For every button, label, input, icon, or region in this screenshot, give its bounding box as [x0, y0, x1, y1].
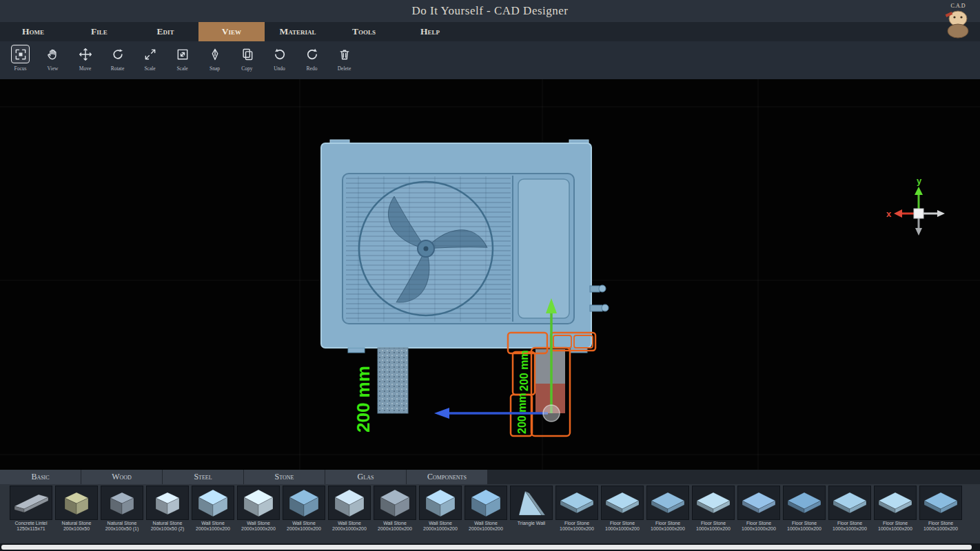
library-item[interactable]: Wall Stone 2000x1000x200: [190, 484, 236, 543]
menu-item-file[interactable]: File: [66, 22, 132, 41]
item-name: Wall Stone: [463, 521, 509, 526]
menu-item-view[interactable]: View: [198, 22, 265, 41]
library-item[interactable]: Wall Stone 2000x1000x200: [418, 484, 463, 543]
menu-item-material[interactable]: Material: [265, 22, 331, 41]
library-item[interactable]: Floor Stone 1000x1000x200: [691, 484, 736, 543]
library-item[interactable]: Natural Stone 200x100x50 (1): [99, 484, 145, 543]
scale-tool-button-4[interactable]: Scale: [134, 43, 166, 72]
library-item[interactable]: Wall Stone 2000x1000x200: [463, 484, 509, 543]
tab-steel[interactable]: Steel: [163, 470, 243, 484]
tool-caption: View: [37, 65, 69, 72]
item-name: Floor Stone: [736, 521, 782, 526]
gizmo-origin-handle[interactable]: [543, 405, 560, 422]
item-thumbnail: [555, 486, 598, 520]
viewport-3d[interactable]: 200 mm 200 mm 200 mm y x: [0, 79, 980, 470]
item-preview-icon: [147, 487, 188, 519]
rotate-tool-button-3[interactable]: Rotate: [101, 43, 134, 72]
tab-basic[interactable]: Basic: [0, 470, 81, 484]
item-preview-icon: [647, 487, 688, 519]
library-item[interactable]: Wall Stone 2000x1000x200: [327, 484, 372, 543]
library-item[interactable]: Concrete Lintel 1250x115x71: [8, 484, 54, 543]
item-size: 2000x1000x200: [372, 526, 418, 532]
library-item[interactable]: Floor Stone 1000x1000x200: [554, 484, 600, 543]
menu-item-edit[interactable]: Edit: [132, 22, 198, 41]
title-bar: Do It Yourself - CAD Designer: [0, 0, 980, 22]
item-preview-icon: [829, 487, 870, 519]
item-size: 200x100x50 (1): [99, 526, 145, 532]
tool-caption: Focus: [4, 65, 37, 72]
gizmo-center-cube[interactable]: [914, 209, 923, 218]
item-name: Floor Stone: [691, 521, 736, 526]
library-item[interactable]: Floor Stone 1000x1000x200: [736, 484, 782, 543]
tool-caption: Redo: [296, 65, 328, 72]
tab-components[interactable]: Components: [407, 470, 487, 484]
redo-tool-button-9[interactable]: Redo: [296, 43, 328, 72]
library-item[interactable]: Floor Stone 1000x1000x200: [645, 484, 691, 543]
copy-tool-button-7[interactable]: Copy: [231, 43, 263, 72]
horizontal-scrollbar[interactable]: [0, 543, 980, 551]
delete-tool-button-10[interactable]: Delete: [328, 43, 360, 72]
scrollbar-thumb[interactable]: [1, 545, 972, 550]
scale-arrows-icon: [143, 48, 157, 61]
library-item[interactable]: Triangle Wall: [509, 484, 554, 543]
support-stone-left[interactable]: [378, 348, 408, 413]
item-size: 1000x1000x200: [600, 526, 645, 532]
delete-icon: [338, 48, 351, 61]
undo-tool-button-8[interactable]: Undo: [263, 43, 296, 72]
item-name: Floor Stone: [827, 521, 872, 526]
tool-caption: Scale: [166, 65, 198, 72]
tool-group: Focus View Move Rotate Scale Scale: [4, 43, 360, 72]
snap-tool-button-6[interactable]: Snap: [198, 43, 231, 72]
item-thumbnail: [465, 486, 507, 520]
dimension-label: 200 mm: [516, 393, 528, 434]
side-panel: [518, 179, 569, 318]
item-name: Wall Stone: [418, 521, 463, 526]
item-size: 2000x1000x200: [190, 526, 236, 532]
library-item[interactable]: Floor Stone 1000x1000x200: [872, 484, 918, 543]
ac-unit-model[interactable]: [321, 140, 609, 353]
library-item[interactable]: Natural Stone 200x100x50 (2): [145, 484, 190, 543]
item-thumbnail: [783, 486, 826, 520]
item-thumbnail: [237, 486, 280, 520]
tab-glas[interactable]: Glas: [325, 470, 406, 484]
viewport-canvas[interactable]: 200 mm 200 mm 200 mm y x: [0, 79, 980, 470]
item-thumbnail: [101, 486, 143, 520]
item-size: 1000x1000x200: [691, 526, 736, 532]
item-size: 1000x1000x200: [736, 526, 782, 532]
redo-icon: [305, 48, 319, 61]
item-size: 1000x1000x200: [918, 526, 963, 532]
menu-bar: Home File Edit View Material Tools Help: [0, 22, 980, 41]
library-item[interactable]: Floor Stone 1000x1000x200: [918, 484, 963, 543]
item-preview-icon: [738, 487, 779, 519]
library-item[interactable]: Wall Stone 2000x1000x200: [236, 484, 281, 543]
tab-wood[interactable]: Wood: [81, 470, 162, 484]
item-thumbnail: [374, 486, 416, 520]
library-item[interactable]: Floor Stone 1000x1000x200: [600, 484, 645, 543]
library-item[interactable]: Natural Stone 200x100x50: [54, 484, 99, 543]
view-tool-button-1[interactable]: View: [37, 43, 69, 72]
item-name: Wall Stone: [372, 521, 418, 526]
item-name: Floor Stone: [600, 521, 645, 526]
tool-caption: Delete: [328, 65, 360, 72]
library-item[interactable]: Wall Stone 2000x1000x200: [372, 484, 418, 543]
scale-tool-button-5[interactable]: Scale: [166, 43, 198, 72]
menu-item-home[interactable]: Home: [0, 22, 66, 41]
library-item[interactable]: Wall Stone 2000x1000x200: [281, 484, 327, 543]
focus-tool-button-0[interactable]: Focus: [4, 43, 37, 72]
menu-item-tools[interactable]: Tools: [331, 22, 397, 41]
app-title: Do It Yourself - CAD Designer: [0, 4, 980, 18]
library-item[interactable]: Floor Stone 1000x1000x200: [782, 484, 827, 543]
tab-stone[interactable]: Stone: [244, 470, 325, 484]
dimension-label: 200 mm: [518, 350, 530, 391]
item-preview-icon: [693, 487, 734, 519]
item-preview-icon: [784, 487, 825, 519]
gizmo-y-label: y: [917, 176, 922, 186]
item-thumbnail: [55, 486, 98, 520]
menu-item-help[interactable]: Help: [397, 22, 463, 41]
hand-icon: [46, 48, 60, 61]
orientation-gizmo[interactable]: y x: [886, 176, 945, 236]
move-tool-button-2[interactable]: Move: [69, 43, 101, 72]
tool-bar: Focus View Move Rotate Scale Scale: [0, 41, 980, 79]
item-preview-icon: [920, 487, 961, 519]
library-item[interactable]: Floor Stone 1000x1000x200: [827, 484, 872, 543]
